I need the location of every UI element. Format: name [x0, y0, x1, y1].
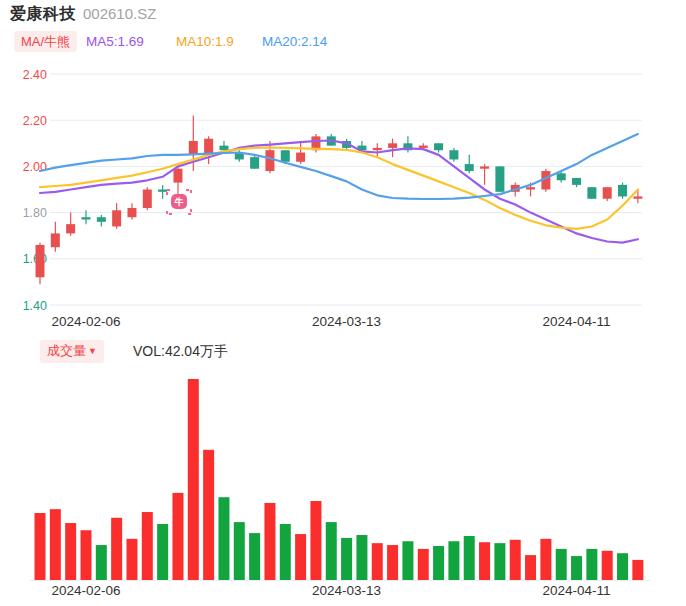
volume-bar[interactable] — [571, 556, 582, 580]
volume-bar[interactable] — [35, 513, 46, 580]
candle-body[interactable] — [127, 208, 136, 217]
volume-bar[interactable] — [310, 501, 321, 580]
volume-bar[interactable] — [341, 538, 352, 580]
volume-bar[interactable] — [464, 536, 475, 580]
volume-bar[interactable] — [540, 539, 551, 580]
candle-body[interactable] — [219, 146, 228, 151]
y-axis-label: 1.40 — [23, 299, 47, 313]
volume-bar[interactable] — [65, 523, 76, 580]
volume-bar[interactable] — [249, 533, 260, 580]
badge-corner-bracket — [186, 209, 191, 214]
bull-icon-label: 牛 — [174, 197, 184, 207]
y-axis-label: 2.40 — [23, 68, 47, 82]
volume-bar[interactable] — [203, 450, 214, 580]
volume-bar[interactable] — [418, 549, 429, 580]
ma-bullbear-toggle[interactable]: MA/牛熊 — [14, 31, 77, 52]
volume-bar[interactable] — [172, 493, 183, 580]
badge-corner-bracket — [167, 190, 172, 195]
volume-indicator-selector[interactable]: 成交量▼ — [40, 340, 104, 363]
volume-bar[interactable] — [356, 535, 367, 580]
volume-bar[interactable] — [494, 543, 505, 580]
x-axis-date-label: 2024-04-11 — [543, 314, 611, 329]
candle-body[interactable] — [51, 233, 60, 247]
candle-body[interactable] — [557, 173, 566, 180]
candle-body[interactable] — [419, 146, 428, 148]
candle-body[interactable] — [36, 245, 45, 277]
candle-body[interactable] — [618, 185, 627, 197]
ma-line-ma5 — [40, 141, 638, 243]
candle-body[interactable] — [373, 148, 382, 150]
volume-bar[interactable] — [234, 522, 245, 580]
candle-body[interactable] — [296, 153, 305, 162]
candle-body[interactable] — [173, 169, 182, 183]
y-axis-label: 1.80 — [23, 206, 47, 220]
volume-bar[interactable] — [372, 543, 383, 580]
volume-bar[interactable] — [126, 539, 137, 580]
volume-bar[interactable] — [448, 541, 459, 580]
volume-bar[interactable] — [387, 545, 398, 580]
volume-bar[interactable] — [264, 503, 275, 580]
x-axis-date-label: 2024-04-11 — [543, 583, 611, 598]
stock-code: 002610.SZ — [83, 5, 156, 22]
candle-body[interactable] — [603, 187, 612, 199]
stock-name: 爱康科技 — [10, 4, 76, 25]
y-axis-label: 2.20 — [23, 114, 47, 128]
volume-bar[interactable] — [50, 509, 61, 580]
candle-body[interactable] — [204, 139, 213, 155]
header: 爱康科技 002610.SZ — [10, 4, 156, 28]
candle-body[interactable] — [281, 150, 290, 162]
candle-body[interactable] — [81, 217, 90, 219]
candle-body[interactable] — [265, 150, 274, 171]
bull-event-badge[interactable]: 牛 — [167, 190, 191, 214]
candle-body[interactable] — [495, 166, 504, 191]
candle-body[interactable] — [250, 157, 259, 169]
candle-body[interactable] — [587, 187, 596, 199]
x-axis-date-label: 2024-03-13 — [312, 314, 381, 329]
volume-bar-chart[interactable]: 2024-02-062024-03-132024-04-11 — [0, 368, 686, 606]
volume-bar[interactable] — [510, 540, 521, 580]
candle-body[interactable] — [97, 217, 106, 222]
volume-bar[interactable] — [556, 549, 567, 580]
volume-header: 成交量▼ VOL:42.04万手 — [0, 340, 686, 364]
candle-body[interactable] — [449, 150, 458, 159]
candle-body[interactable] — [112, 210, 121, 226]
candle-body[interactable] — [633, 196, 642, 198]
volume-selector-label: 成交量 — [47, 343, 86, 358]
volume-bar[interactable] — [295, 534, 306, 580]
chevron-down-icon: ▼ — [88, 346, 97, 356]
candle-body[interactable] — [526, 187, 535, 189]
volume-bar[interactable] — [433, 546, 444, 580]
volume-bar[interactable] — [96, 545, 107, 580]
badge-corner-bracket — [167, 209, 172, 214]
volume-bar[interactable] — [525, 555, 536, 580]
volume-bar[interactable] — [111, 518, 122, 580]
volume-bar[interactable] — [586, 549, 597, 580]
volume-bar[interactable] — [218, 497, 229, 580]
candle-body[interactable] — [434, 143, 443, 150]
x-axis-date-label: 2024-03-13 — [312, 583, 381, 598]
volume-bar[interactable] — [280, 524, 291, 580]
volume-bar[interactable] — [326, 522, 337, 580]
volume-bar[interactable] — [602, 551, 613, 580]
y-axis-label: 2.00 — [23, 160, 47, 174]
ma20-legend-value: MA20:2.14 — [262, 34, 327, 49]
candle-body[interactable] — [480, 166, 489, 168]
volume-bar[interactable] — [402, 541, 413, 580]
candle-body[interactable] — [465, 164, 474, 171]
candle-body[interactable] — [158, 190, 167, 192]
x-axis-date-label: 2024-02-06 — [51, 583, 120, 598]
volume-bar[interactable] — [617, 553, 628, 580]
price-candlestick-chart[interactable]: 2.402.202.001.801.601.402024-02-062024-0… — [0, 58, 686, 336]
volume-bar[interactable] — [632, 560, 643, 580]
volume-bar[interactable] — [188, 379, 199, 580]
candle-body[interactable] — [143, 190, 152, 208]
volume-bar[interactable] — [157, 524, 168, 580]
candle-body[interactable] — [189, 141, 198, 155]
volume-bar[interactable] — [80, 530, 91, 580]
badge-corner-bracket — [186, 190, 191, 195]
volume-bar[interactable] — [142, 512, 153, 580]
candle-body[interactable] — [388, 143, 397, 148]
candle-body[interactable] — [66, 224, 75, 233]
volume-bar[interactable] — [479, 542, 490, 580]
candle-body[interactable] — [572, 178, 581, 185]
